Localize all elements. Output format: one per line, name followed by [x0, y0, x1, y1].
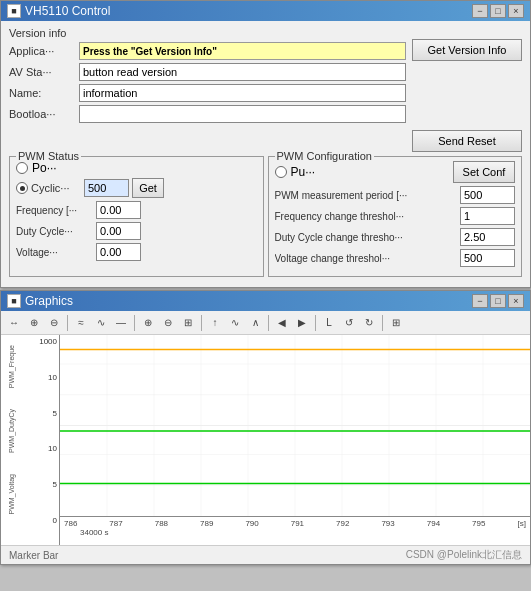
- close-button[interactable]: ×: [508, 4, 524, 18]
- pwm-status-title: PWM Status: [16, 150, 81, 162]
- graphics-window-icon: ■: [7, 294, 21, 308]
- toolbar-wave1-icon[interactable]: ≈: [72, 314, 90, 332]
- window-icon: ■: [7, 4, 21, 18]
- toolbar-sep-6: [382, 315, 383, 331]
- toolbar-grid-icon[interactable]: ⊞: [387, 314, 405, 332]
- applica-input[interactable]: [79, 42, 406, 60]
- y-label-1000: 1000: [39, 337, 57, 346]
- toolbar-zoom-out-icon[interactable]: ⊖: [45, 314, 63, 332]
- x-time-row: 34000 s: [60, 528, 530, 537]
- toolbar-legend-icon[interactable]: L: [320, 314, 338, 332]
- toolbar-sep-5: [315, 315, 316, 331]
- cyclic-get-button[interactable]: Get: [132, 178, 164, 198]
- bootloader-label: Bootloa···: [9, 108, 79, 120]
- x-label-795: 795: [472, 519, 485, 528]
- send-reset-button[interactable]: Send Reset: [412, 130, 522, 152]
- pwm-panels: PWM Status Po··· Cyclic··· Get: [9, 156, 522, 281]
- x-axis-area: 786 787 788 789 790 791 792 793 794 795 …: [59, 517, 530, 545]
- y-label-duty: PWM_DutyCy: [8, 409, 15, 453]
- toolbar-sep-1: [67, 315, 68, 331]
- pwm-period-row: PWM measurement period [···: [275, 186, 516, 204]
- cyclic-row: Cyclic··· Get: [16, 178, 257, 198]
- cyclic-input[interactable]: [84, 179, 129, 197]
- chart-svg: [60, 335, 530, 516]
- toolbar-crosshair-icon[interactable]: ⊕: [139, 314, 157, 332]
- cyclic-radio-inner: [20, 186, 25, 191]
- volt-thresh-label: Voltage change threshol···: [275, 253, 461, 264]
- graphics-title-controls: − □ ×: [472, 294, 524, 308]
- voltage-input[interactable]: [96, 243, 141, 261]
- frequency-input[interactable]: [96, 201, 141, 219]
- graphics-status-bar: Marker Bar CSDN @Polelink北汇信息: [1, 545, 530, 564]
- graphics-title-left: ■ Graphics: [7, 294, 73, 308]
- duty-thresh-input[interactable]: [460, 228, 515, 246]
- avsta-row: AV Sta···: [9, 63, 406, 81]
- toolbar-prev-icon[interactable]: ◀: [273, 314, 291, 332]
- cyclic-radio[interactable]: [16, 182, 28, 194]
- toolbar-peak-icon[interactable]: ∧: [246, 314, 264, 332]
- name-label: Name:: [9, 87, 79, 99]
- graphics-maximize-button[interactable]: □: [490, 294, 506, 308]
- po-radio[interactable]: [16, 162, 28, 174]
- graphics-close-button[interactable]: ×: [508, 294, 524, 308]
- toolbar-zoom-rect-icon[interactable]: ⊖: [159, 314, 177, 332]
- watermark-label: CSDN @Polelink北汇信息: [406, 548, 522, 562]
- chart-plot-area: [59, 335, 530, 517]
- bootloader-row: Bootloa···: [9, 105, 406, 123]
- pwm-period-input[interactable]: [460, 186, 515, 204]
- toolbar-pan-icon[interactable]: ⊞: [179, 314, 197, 332]
- maximize-button[interactable]: □: [490, 4, 506, 18]
- x-label-794: 794: [427, 519, 440, 528]
- graphics-window-title: Graphics: [25, 294, 73, 308]
- bootloader-input[interactable]: [79, 105, 406, 123]
- toolbar-sep-2: [134, 315, 135, 331]
- avsta-input[interactable]: [79, 63, 406, 81]
- toolbar-wave3-icon[interactable]: ∿: [226, 314, 244, 332]
- freq-thresh-input[interactable]: [460, 207, 515, 225]
- window-title: VH5110 Control: [25, 4, 110, 18]
- volt-thresh-input[interactable]: [460, 249, 515, 267]
- x-label-789: 789: [200, 519, 213, 528]
- toolbar-line-icon[interactable]: —: [112, 314, 130, 332]
- duty-cycle-row: Duty Cycle···: [16, 222, 257, 240]
- x-label-790: 790: [245, 519, 258, 528]
- y-label-volt: PWM_Voltag: [8, 474, 15, 514]
- pu-radio-label: Pu···: [291, 165, 316, 179]
- version-info-group: Version info Applica··· AV Sta··· Name:: [9, 27, 406, 126]
- title-bar: ■ VH5110 Control − □ ×: [1, 1, 530, 21]
- duty-thresh-label: Duty Cycle change thresho···: [275, 232, 461, 243]
- get-version-info-button[interactable]: Get Version Info: [412, 39, 522, 61]
- duty-cycle-input[interactable]: [96, 222, 141, 240]
- po-radio-row: Po···: [16, 161, 257, 175]
- frequency-row: Frequency [···: [16, 201, 257, 219]
- marker-bar-label: Marker Bar: [9, 550, 58, 561]
- toolbar-up-icon[interactable]: ↑: [206, 314, 224, 332]
- version-info-label: Version info: [9, 27, 406, 39]
- graphics-title-bar: ■ Graphics − □ ×: [1, 291, 530, 311]
- toolbar-next-icon[interactable]: ▶: [293, 314, 311, 332]
- graphics-minimize-button[interactable]: −: [472, 294, 488, 308]
- po-radio-label: Po···: [32, 161, 57, 175]
- pwm-config-panel: PWM Configuration Pu··· Set Conf PWM mea…: [268, 156, 523, 277]
- toolbar-wave2-icon[interactable]: ∿: [92, 314, 110, 332]
- graphics-window: ■ Graphics − □ × ↔ ⊕ ⊖ ≈ ∿ — ⊕ ⊖ ⊞ ↑ ∿ ∧…: [0, 290, 531, 565]
- minimize-button[interactable]: −: [472, 4, 488, 18]
- graphics-toolbar: ↔ ⊕ ⊖ ≈ ∿ — ⊕ ⊖ ⊞ ↑ ∿ ∧ ◀ ▶ L ↺ ↻ ⊞: [1, 311, 530, 335]
- toolbar-sep-3: [201, 315, 202, 331]
- toolbar-redo-icon[interactable]: ↻: [360, 314, 378, 332]
- pwm-period-label: PWM measurement period [···: [275, 190, 461, 201]
- toolbar-sep-4: [268, 315, 269, 331]
- toolbar-undo-icon[interactable]: ↺: [340, 314, 358, 332]
- avsta-label: AV Sta···: [9, 66, 79, 78]
- control-window-body: Version info Applica··· AV Sta··· Name:: [1, 21, 530, 287]
- toolbar-move-icon[interactable]: ↔: [5, 314, 23, 332]
- title-bar-controls: − □ ×: [472, 4, 524, 18]
- send-reset-row: Send Reset: [9, 130, 522, 152]
- toolbar-zoom-in-icon[interactable]: ⊕: [25, 314, 43, 332]
- set-conf-button[interactable]: Set Conf: [453, 161, 515, 183]
- vh5110-control-window: ■ VH5110 Control − □ × Version info Appl…: [0, 0, 531, 288]
- pu-radio[interactable]: [275, 166, 287, 178]
- chart-main-area: 786 787 788 789 790 791 792 793 794 795 …: [59, 335, 530, 545]
- name-input[interactable]: [79, 84, 406, 102]
- get-version-col: Get Version Info: [412, 27, 522, 126]
